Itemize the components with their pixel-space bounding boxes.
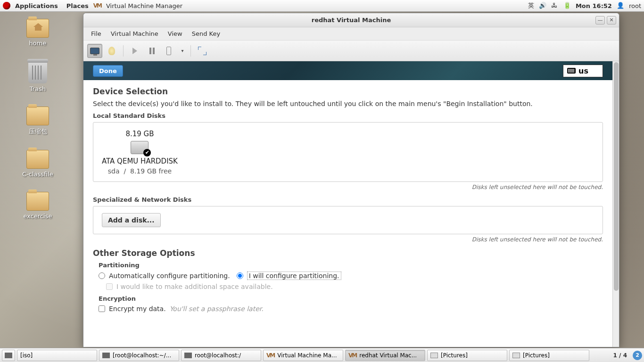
device-selection-desc: Select the device(s) you'd like to insta… [93, 100, 603, 107]
auto-partition-radio[interactable] [99, 272, 105, 279]
toolbar: ▾ [83, 41, 619, 61]
network-icon[interactable]: 🖧 [551, 2, 559, 9]
show-desktop-button[interactable] [2, 350, 15, 361]
device-selection-title: Device Selection [93, 87, 603, 96]
manual-partition-radio[interactable] [237, 272, 243, 279]
separator [190, 45, 191, 57]
disk-size: 8.19 GB [125, 130, 154, 138]
vmm-app-icon: VM [93, 2, 101, 9]
trash-icon[interactable]: Trash [9, 61, 66, 92]
shutdown-dropdown[interactable]: ▾ [178, 44, 187, 58]
minimize-button[interactable]: — [595, 16, 605, 25]
task-redhat-vm[interactable]: VMredhat Virtual Mac... [345, 350, 425, 361]
desktop-icon [5, 353, 12, 358]
disk-sda[interactable]: 8.19 GB ATA QEMU HARDDISK sda / 8.19 GB … [102, 130, 178, 175]
task-terminal-2[interactable]: root@localhost:/ [181, 350, 261, 361]
network-disks-note: Disks left unselected here will not be t… [93, 236, 603, 243]
anaconda-installer: Done us Device Selection Select the devi… [83, 61, 612, 347]
keyboard-icon [567, 68, 576, 74]
local-disks-note: Disks left unselected here will not be t… [93, 184, 603, 190]
vm-display: Done us Device Selection Select the devi… [83, 61, 619, 347]
ime-indicator[interactable]: 英 [528, 1, 534, 10]
shutdown-button[interactable] [161, 44, 176, 58]
vm-scrollbar[interactable] [612, 61, 619, 347]
classfile-folder-icon[interactable]: C-classfile [9, 150, 66, 178]
fullscreen-button[interactable] [195, 44, 210, 58]
notification-badge[interactable]: 2 [633, 351, 642, 360]
folder-icon [26, 19, 49, 38]
window-icon [512, 353, 520, 358]
done-button[interactable]: Done [93, 65, 123, 77]
home-folder-icon[interactable]: home [9, 19, 66, 47]
keyboard-layout-indicator[interactable]: us [563, 65, 603, 77]
scrollbar-thumb[interactable] [614, 62, 619, 291]
play-icon [132, 48, 137, 54]
places-menu[interactable]: Places [63, 1, 92, 10]
anaconda-header: Done us [83, 61, 612, 80]
encryption-heading: Encryption [99, 295, 603, 302]
bottom-panel: [iso] [root@localhost:~/... root@localho… [0, 348, 644, 362]
volume-icon[interactable]: 🔊 [539, 2, 546, 9]
disk-detail: sda / 8.19 GB free [108, 167, 172, 175]
task-pictures-1[interactable]: [Pictures] [427, 350, 507, 361]
disk-name: ATA QEMU HARDDISK [102, 157, 178, 165]
run-button[interactable] [127, 44, 142, 58]
menu-view[interactable]: View [164, 28, 186, 39]
task-pictures-2[interactable]: [Pictures] [509, 350, 589, 361]
icon-label: 压缩包 [29, 127, 47, 136]
folder-icon [26, 107, 49, 125]
task-terminal-1[interactable]: [root@localhost:~/... [99, 350, 179, 361]
local-disks-heading: Local Standard Disks [93, 112, 603, 119]
menubar: File Virtual Machine View Send Key [83, 27, 619, 41]
workspace-indicator[interactable]: 1 / 4 [610, 352, 631, 359]
add-disk-button[interactable]: Add a disk... [102, 213, 161, 227]
icon-label: Trash [30, 85, 46, 92]
terminal-icon [184, 353, 192, 358]
make-space-checkbox [106, 283, 113, 290]
separator [123, 45, 124, 57]
other-storage-title: Other Storage Options [93, 248, 603, 258]
task-iso[interactable]: [iso] [17, 350, 97, 361]
encrypt-hint: You'll set a passphrase later. [170, 305, 264, 313]
folder-icon [26, 192, 49, 211]
details-view-button[interactable] [104, 44, 119, 58]
close-button[interactable]: ✕ [607, 16, 616, 25]
trash-bin-icon [28, 61, 47, 83]
device-icon [166, 47, 171, 55]
archive-folder-icon[interactable]: 压缩包 [9, 107, 66, 136]
terminal-icon [102, 353, 110, 358]
vm-window: redhat Virtual Machine — ✕ File Virtual … [83, 13, 619, 347]
auto-partition-label[interactable]: Automatically configure partitioning. [109, 272, 230, 280]
exercise-folder-icon[interactable]: excercise [9, 192, 66, 220]
bulb-icon [108, 47, 115, 55]
desktop-icons: home Trash 压缩包 C-classfile excercise [9, 19, 66, 220]
icon-label: excercise [24, 213, 52, 220]
console-view-button[interactable] [87, 44, 102, 58]
active-app-title[interactable]: Virtual Machine Manager [102, 1, 186, 10]
user-menu[interactable]: root [629, 2, 641, 9]
make-space-label: I would like to make additional space av… [116, 283, 273, 290]
menu-virtual-machine[interactable]: Virtual Machine [107, 28, 162, 39]
menu-file[interactable]: File [87, 28, 105, 39]
folder-icon [26, 150, 49, 169]
clock[interactable]: Mon 16:52 [576, 2, 612, 9]
harddisk-icon [131, 141, 149, 154]
menu-send-key[interactable]: Send Key [188, 28, 224, 39]
pause-button[interactable] [144, 44, 159, 58]
icon-label: home [29, 40, 47, 47]
network-disks-heading: Specialized & Network Disks [93, 196, 603, 203]
icon-label: C-classfile [22, 171, 53, 178]
window-icon [430, 353, 438, 358]
network-disks-box: Add a disk... [93, 206, 603, 234]
manual-partition-label[interactable]: I will configure partitioning. [247, 272, 341, 280]
battery-icon[interactable]: 🔋 [563, 2, 571, 9]
encrypt-checkbox[interactable] [99, 305, 105, 312]
encrypt-label[interactable]: Encrypt my data. [109, 305, 166, 313]
monitor-icon [90, 48, 99, 54]
task-vmm[interactable]: VMVirtual Machine Ma... [263, 350, 343, 361]
window-titlebar[interactable]: redhat Virtual Machine — ✕ [83, 13, 619, 27]
vmm-icon: VM [266, 352, 274, 359]
partitioning-heading: Partitioning [99, 262, 603, 269]
applications-menu[interactable]: Applications [11, 1, 62, 10]
local-disks-box: 8.19 GB ATA QEMU HARDDISK sda / 8.19 GB … [93, 122, 603, 182]
